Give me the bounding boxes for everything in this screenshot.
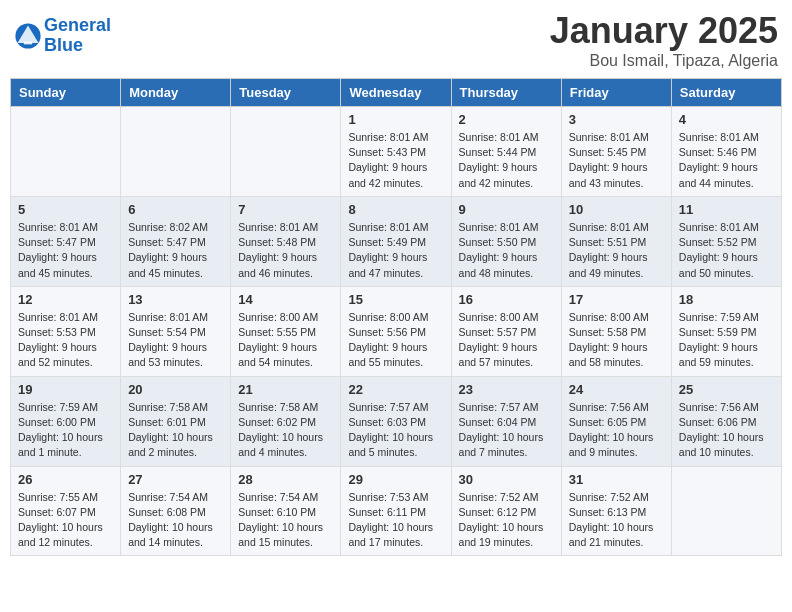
calendar-cell: 16Sunrise: 8:00 AM Sunset: 5:57 PM Dayli…: [451, 286, 561, 376]
day-number: 4: [679, 112, 774, 127]
day-number: 16: [459, 292, 554, 307]
calendar-week-row: 12Sunrise: 8:01 AM Sunset: 5:53 PM Dayli…: [11, 286, 782, 376]
day-info: Sunrise: 7:54 AM Sunset: 6:10 PM Dayligh…: [238, 490, 333, 551]
day-info: Sunrise: 7:56 AM Sunset: 6:05 PM Dayligh…: [569, 400, 664, 461]
logo-icon: [14, 22, 42, 50]
day-number: 2: [459, 112, 554, 127]
day-header-thursday: Thursday: [451, 79, 561, 107]
calendar-cell: 26Sunrise: 7:55 AM Sunset: 6:07 PM Dayli…: [11, 466, 121, 556]
calendar-cell: 10Sunrise: 8:01 AM Sunset: 5:51 PM Dayli…: [561, 196, 671, 286]
day-header-friday: Friday: [561, 79, 671, 107]
day-number: 1: [348, 112, 443, 127]
day-info: Sunrise: 8:01 AM Sunset: 5:52 PM Dayligh…: [679, 220, 774, 281]
calendar-week-row: 5Sunrise: 8:01 AM Sunset: 5:47 PM Daylig…: [11, 196, 782, 286]
day-number: 13: [128, 292, 223, 307]
day-number: 14: [238, 292, 333, 307]
calendar-cell: 30Sunrise: 7:52 AM Sunset: 6:12 PM Dayli…: [451, 466, 561, 556]
day-number: 30: [459, 472, 554, 487]
day-info: Sunrise: 7:59 AM Sunset: 6:00 PM Dayligh…: [18, 400, 113, 461]
day-number: 6: [128, 202, 223, 217]
day-header-tuesday: Tuesday: [231, 79, 341, 107]
calendar-cell: 31Sunrise: 7:52 AM Sunset: 6:13 PM Dayli…: [561, 466, 671, 556]
calendar-cell: 9Sunrise: 8:01 AM Sunset: 5:50 PM Daylig…: [451, 196, 561, 286]
day-number: 17: [569, 292, 664, 307]
day-number: 26: [18, 472, 113, 487]
day-info: Sunrise: 8:01 AM Sunset: 5:51 PM Dayligh…: [569, 220, 664, 281]
calendar-week-row: 26Sunrise: 7:55 AM Sunset: 6:07 PM Dayli…: [11, 466, 782, 556]
calendar-cell: 23Sunrise: 7:57 AM Sunset: 6:04 PM Dayli…: [451, 376, 561, 466]
day-info: Sunrise: 7:52 AM Sunset: 6:12 PM Dayligh…: [459, 490, 554, 551]
day-number: 3: [569, 112, 664, 127]
calendar-cell: 20Sunrise: 7:58 AM Sunset: 6:01 PM Dayli…: [121, 376, 231, 466]
day-header-sunday: Sunday: [11, 79, 121, 107]
day-info: Sunrise: 8:01 AM Sunset: 5:48 PM Dayligh…: [238, 220, 333, 281]
calendar-cell: 21Sunrise: 7:58 AM Sunset: 6:02 PM Dayli…: [231, 376, 341, 466]
calendar-cell: 13Sunrise: 8:01 AM Sunset: 5:54 PM Dayli…: [121, 286, 231, 376]
day-number: 24: [569, 382, 664, 397]
day-number: 20: [128, 382, 223, 397]
day-number: 10: [569, 202, 664, 217]
day-number: 31: [569, 472, 664, 487]
calendar-cell: 28Sunrise: 7:54 AM Sunset: 6:10 PM Dayli…: [231, 466, 341, 556]
day-header-saturday: Saturday: [671, 79, 781, 107]
day-number: 27: [128, 472, 223, 487]
calendar-table: SundayMondayTuesdayWednesdayThursdayFrid…: [10, 78, 782, 556]
day-info: Sunrise: 7:56 AM Sunset: 6:06 PM Dayligh…: [679, 400, 774, 461]
day-number: 28: [238, 472, 333, 487]
day-number: 18: [679, 292, 774, 307]
day-number: 11: [679, 202, 774, 217]
day-info: Sunrise: 7:58 AM Sunset: 6:01 PM Dayligh…: [128, 400, 223, 461]
day-info: Sunrise: 7:54 AM Sunset: 6:08 PM Dayligh…: [128, 490, 223, 551]
calendar-cell: 8Sunrise: 8:01 AM Sunset: 5:49 PM Daylig…: [341, 196, 451, 286]
page-header: GeneralBlue January 2025 Bou Ismail, Tip…: [10, 10, 782, 70]
calendar-week-row: 1Sunrise: 8:01 AM Sunset: 5:43 PM Daylig…: [11, 107, 782, 197]
calendar-cell: 27Sunrise: 7:54 AM Sunset: 6:08 PM Dayli…: [121, 466, 231, 556]
calendar-cell: 12Sunrise: 8:01 AM Sunset: 5:53 PM Dayli…: [11, 286, 121, 376]
day-info: Sunrise: 8:00 AM Sunset: 5:56 PM Dayligh…: [348, 310, 443, 371]
day-info: Sunrise: 8:02 AM Sunset: 5:47 PM Dayligh…: [128, 220, 223, 281]
day-info: Sunrise: 8:01 AM Sunset: 5:45 PM Dayligh…: [569, 130, 664, 191]
calendar-week-row: 19Sunrise: 7:59 AM Sunset: 6:00 PM Dayli…: [11, 376, 782, 466]
calendar-cell: [121, 107, 231, 197]
calendar-cell: 11Sunrise: 8:01 AM Sunset: 5:52 PM Dayli…: [671, 196, 781, 286]
day-info: Sunrise: 8:01 AM Sunset: 5:44 PM Dayligh…: [459, 130, 554, 191]
svg-rect-2: [24, 41, 32, 44]
day-info: Sunrise: 7:52 AM Sunset: 6:13 PM Dayligh…: [569, 490, 664, 551]
day-info: Sunrise: 7:53 AM Sunset: 6:11 PM Dayligh…: [348, 490, 443, 551]
day-info: Sunrise: 7:55 AM Sunset: 6:07 PM Dayligh…: [18, 490, 113, 551]
calendar-cell: 24Sunrise: 7:56 AM Sunset: 6:05 PM Dayli…: [561, 376, 671, 466]
day-header-wednesday: Wednesday: [341, 79, 451, 107]
title-block: January 2025 Bou Ismail, Tipaza, Algeria: [550, 10, 778, 70]
day-number: 15: [348, 292, 443, 307]
month-title: January 2025: [550, 10, 778, 52]
calendar-cell: [671, 466, 781, 556]
location-subtitle: Bou Ismail, Tipaza, Algeria: [550, 52, 778, 70]
calendar-cell: [11, 107, 121, 197]
day-info: Sunrise: 7:59 AM Sunset: 5:59 PM Dayligh…: [679, 310, 774, 371]
calendar-cell: 7Sunrise: 8:01 AM Sunset: 5:48 PM Daylig…: [231, 196, 341, 286]
day-info: Sunrise: 8:00 AM Sunset: 5:58 PM Dayligh…: [569, 310, 664, 371]
calendar-cell: 5Sunrise: 8:01 AM Sunset: 5:47 PM Daylig…: [11, 196, 121, 286]
day-info: Sunrise: 8:01 AM Sunset: 5:50 PM Dayligh…: [459, 220, 554, 281]
day-number: 25: [679, 382, 774, 397]
calendar-cell: 22Sunrise: 7:57 AM Sunset: 6:03 PM Dayli…: [341, 376, 451, 466]
calendar-cell: 6Sunrise: 8:02 AM Sunset: 5:47 PM Daylig…: [121, 196, 231, 286]
day-info: Sunrise: 8:00 AM Sunset: 5:55 PM Dayligh…: [238, 310, 333, 371]
day-number: 12: [18, 292, 113, 307]
calendar-cell: 18Sunrise: 7:59 AM Sunset: 5:59 PM Dayli…: [671, 286, 781, 376]
calendar-cell: 2Sunrise: 8:01 AM Sunset: 5:44 PM Daylig…: [451, 107, 561, 197]
calendar-header-row: SundayMondayTuesdayWednesdayThursdayFrid…: [11, 79, 782, 107]
calendar-cell: 25Sunrise: 7:56 AM Sunset: 6:06 PM Dayli…: [671, 376, 781, 466]
day-info: Sunrise: 8:00 AM Sunset: 5:57 PM Dayligh…: [459, 310, 554, 371]
day-info: Sunrise: 8:01 AM Sunset: 5:47 PM Dayligh…: [18, 220, 113, 281]
day-number: 8: [348, 202, 443, 217]
calendar-cell: [231, 107, 341, 197]
day-info: Sunrise: 7:58 AM Sunset: 6:02 PM Dayligh…: [238, 400, 333, 461]
day-info: Sunrise: 8:01 AM Sunset: 5:54 PM Dayligh…: [128, 310, 223, 371]
day-number: 23: [459, 382, 554, 397]
day-number: 19: [18, 382, 113, 397]
day-number: 7: [238, 202, 333, 217]
calendar-cell: 3Sunrise: 8:01 AM Sunset: 5:45 PM Daylig…: [561, 107, 671, 197]
day-info: Sunrise: 8:01 AM Sunset: 5:49 PM Dayligh…: [348, 220, 443, 281]
calendar-cell: 15Sunrise: 8:00 AM Sunset: 5:56 PM Dayli…: [341, 286, 451, 376]
